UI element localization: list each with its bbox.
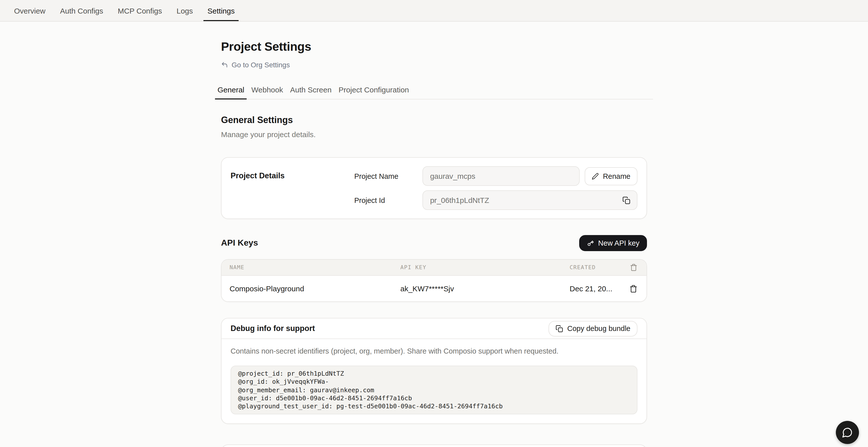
top-nav: Overview Auth Configs MCP Configs Logs S…: [0, 0, 868, 22]
project-id-input[interactable]: [423, 190, 638, 210]
project-details-rows: Project Name Rename Project Id: [354, 166, 638, 210]
nav-item-settings[interactable]: Settings: [204, 0, 239, 21]
delete-all-keys-button[interactable]: [629, 263, 639, 272]
project-details-title: Project Details: [230, 171, 354, 210]
general-settings-heading: General Settings: [215, 115, 653, 126]
copy-icon: [556, 325, 563, 332]
next-section-card: [221, 445, 647, 447]
trash-icon: [630, 264, 638, 271]
column-api-key: API KEY: [400, 264, 569, 271]
project-details-card: Project Details Project Name Rename: [221, 157, 647, 219]
column-created: CREATED: [569, 264, 626, 271]
new-api-key-button[interactable]: New API key: [579, 235, 647, 251]
debug-info-header: Debug info for support Copy debug bundle: [221, 318, 647, 339]
api-key-row: Composio-Playground ak_KW7*****Sjv Dec 2…: [221, 276, 647, 301]
api-key-name: Composio-Playground: [229, 284, 400, 293]
page-title: Project Settings: [215, 40, 653, 54]
nav-item-logs[interactable]: Logs: [173, 0, 197, 21]
project-name-input[interactable]: [423, 166, 580, 186]
api-keys-title: API Keys: [221, 238, 258, 248]
project-name-label: Project Name: [354, 172, 423, 180]
pencil-icon: [592, 172, 599, 180]
project-id-label: Project Id: [354, 196, 423, 204]
bundle-line: @org_id: ok_jVveqqkYFWa-: [238, 378, 630, 386]
go-to-org-settings-label: Go to Org Settings: [231, 61, 290, 69]
bundle-line: @project_id: pr_06th1pLdNtTZ: [238, 370, 630, 378]
undo-arrow-icon: [221, 61, 228, 68]
general-settings-subtitle: Manage your project details.: [215, 130, 653, 139]
nav-item-auth-configs[interactable]: Auth Configs: [56, 0, 107, 21]
delete-key-button[interactable]: [628, 284, 639, 293]
debug-bundle-code-block: @project_id: pr_06th1pLdNtTZ@org_id: ok_…: [230, 365, 638, 415]
debug-info-card: Debug info for support Copy debug bundle…: [221, 318, 647, 424]
copy-debug-bundle-label: Copy debug bundle: [567, 324, 630, 332]
go-to-org-settings-link[interactable]: Go to Org Settings: [215, 61, 296, 69]
tab-auth-screen[interactable]: Auth Screen: [287, 85, 334, 99]
column-name: NAME: [229, 264, 400, 271]
tab-webhook[interactable]: Webhook: [249, 85, 285, 99]
copy-project-id-button[interactable]: [621, 195, 631, 205]
project-name-row: Project Name Rename: [354, 166, 638, 186]
settings-tabs: General Webhook Auth Screen Project Conf…: [215, 85, 653, 99]
bundle-line: @user_id: d5e001b0-09ac-46d2-8451-2694ff…: [238, 394, 630, 403]
bundle-line: @org_member_email: gaurav@inkeep.com: [238, 386, 630, 394]
rename-button[interactable]: Rename: [585, 167, 638, 185]
project-settings-page: Overview Auth Configs MCP Configs Logs S…: [0, 0, 868, 447]
copy-icon: [622, 196, 630, 204]
key-icon: [587, 239, 594, 247]
bundle-line: @playground_test_user_id: pg-test-d5e001…: [238, 402, 630, 411]
api-keys-table-header: NAME API KEY CREATED: [221, 260, 647, 276]
trash-icon: [629, 285, 638, 293]
nav-item-mcp-configs[interactable]: MCP Configs: [114, 0, 166, 21]
api-key-created: Dec 21, 20...: [569, 284, 626, 293]
api-keys-table: NAME API KEY CREATED Composio-Playground…: [221, 259, 647, 302]
debug-info-title: Debug info for support: [230, 324, 315, 333]
chat-bubble-icon: [842, 427, 853, 438]
new-api-key-label: New API key: [598, 239, 640, 247]
chat-fab-button[interactable]: [836, 421, 859, 444]
page-content: Project Settings Go to Org Settings Gene…: [215, 40, 653, 447]
debug-info-description: Contains non-secret identifiers (project…: [230, 347, 638, 355]
nav-item-overview[interactable]: Overview: [10, 0, 50, 21]
api-keys-header: API Keys New API key: [221, 235, 647, 251]
debug-info-body: Contains non-secret identifiers (project…: [221, 339, 647, 424]
rename-button-label: Rename: [603, 172, 630, 180]
project-id-row: Project Id: [354, 190, 638, 210]
tab-general[interactable]: General: [215, 85, 247, 99]
copy-debug-bundle-button[interactable]: Copy debug bundle: [549, 321, 638, 336]
api-key-masked-value: ak_KW7*****Sjv: [400, 284, 569, 293]
tab-project-configuration[interactable]: Project Configuration: [336, 85, 411, 99]
